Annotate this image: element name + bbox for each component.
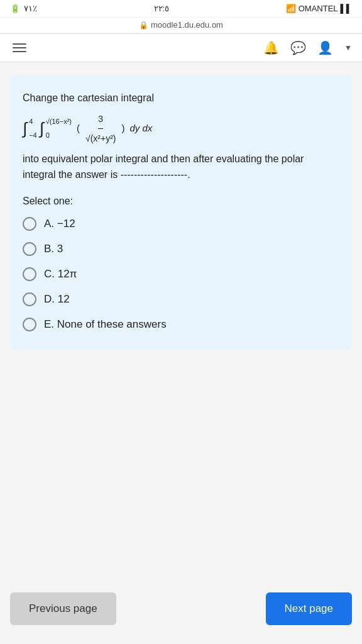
option-c-label: C. 12π — [44, 268, 77, 280]
status-right: 📶 OMANTEL ▌▌ — [286, 4, 352, 13]
option-b[interactable]: B. 3 — [23, 242, 339, 256]
radio-e[interactable] — [23, 318, 36, 331]
nav-bar: 🔒 moodle1.du.edu.om — [0, 18, 362, 34]
toolbar-icons: 🔔 💬 👤 ▼ — [263, 40, 352, 55]
limit-group-1: 4 −4 — [29, 114, 37, 142]
options-list: A. −12 B. 3 C. 12π D. 12 E. None of thes… — [23, 217, 339, 331]
lower-limit-1: −4 — [29, 128, 37, 142]
option-d[interactable]: D. 12 — [23, 292, 339, 306]
question-card: Change the cartesian integral ∫ 4 −4 ∫ √… — [10, 75, 352, 349]
battery-icon: 🔋 — [10, 4, 20, 13]
option-d-label: D. 12 — [44, 293, 70, 306]
chat-icon[interactable]: 💬 — [290, 40, 306, 55]
hamburger-menu[interactable] — [10, 41, 29, 55]
upper-limit-2: √(16−x²) — [46, 114, 72, 128]
question-description-end: into equivalent polar integral and then … — [23, 153, 304, 180]
dropdown-arrow-icon[interactable]: ▼ — [344, 43, 352, 52]
status-bar: 🔋 ٧١٪ ٢٢:٥ 📶 OMANTEL ▌▌ — [0, 0, 362, 18]
hamburger-line-2 — [13, 47, 26, 48]
fraction-denominator: √(x²+y²) — [85, 129, 116, 147]
footer-buttons: Previous page Next page — [0, 592, 362, 644]
integral-expression: ∫ 4 −4 ∫ √(16−x²) 0 ( 3 √(x²+y² — [23, 110, 152, 147]
question-text: Change the cartesian integral ∫ 4 −4 ∫ √… — [23, 90, 339, 183]
bell-icon[interactable]: 🔔 — [263, 40, 279, 55]
battery-percent: ٧١٪ — [24, 4, 37, 13]
option-e[interactable]: E. None of these answers — [23, 318, 339, 331]
open-paren: ( — [77, 119, 80, 138]
next-page-button[interactable]: Next page — [266, 592, 353, 625]
lower-limit-2: 0 — [46, 128, 72, 142]
fraction-numerator: 3 — [98, 110, 103, 129]
signal-bars: ▌▌ — [341, 4, 352, 13]
select-one-label: Select one: — [23, 196, 339, 207]
integrand-fraction: 3 √(x²+y²) — [85, 110, 116, 147]
toolbar: 🔔 💬 👤 ▼ — [0, 34, 362, 62]
option-c[interactable]: C. 12π — [23, 267, 339, 281]
carrier-name: OMANTEL — [299, 4, 338, 13]
hamburger-line-1 — [13, 43, 26, 45]
radio-c[interactable] — [23, 267, 36, 281]
int-sym-1: ∫ — [23, 120, 27, 136]
url-display[interactable]: moodle1.du.edu.om — [151, 20, 223, 30]
limit-group-2: √(16−x²) 0 — [46, 114, 72, 142]
upper-limit-1: 4 — [29, 114, 37, 128]
option-b-label: B. 3 — [44, 243, 63, 255]
previous-page-button[interactable]: Previous page — [10, 592, 116, 625]
radio-b[interactable] — [23, 242, 36, 256]
hamburger-line-3 — [13, 51, 26, 52]
wifi-icon: 📶 — [286, 4, 296, 13]
close-paren: ) — [122, 119, 125, 138]
question-description-start: Change the cartesian integral — [23, 92, 154, 103]
main-content: Change the cartesian integral ∫ 4 −4 ∫ √… — [0, 62, 362, 592]
option-a-label: A. −12 — [44, 218, 75, 230]
lock-icon: 🔒 — [139, 21, 148, 30]
option-e-label: E. None of these answers — [44, 318, 167, 331]
user-avatar-icon[interactable]: 👤 — [317, 40, 333, 55]
int-sym-2: ∫ — [40, 120, 44, 136]
status-time: ٢٢:٥ — [154, 4, 170, 13]
status-left: 🔋 ٧١٪ — [10, 4, 37, 13]
radio-d[interactable] — [23, 292, 36, 306]
differential: dy dx — [130, 119, 153, 138]
option-a[interactable]: A. −12 — [23, 217, 339, 231]
radio-a[interactable] — [23, 217, 36, 231]
math-expression: ∫ 4 −4 ∫ √(16−x²) 0 ( 3 √(x²+y² — [23, 110, 339, 147]
